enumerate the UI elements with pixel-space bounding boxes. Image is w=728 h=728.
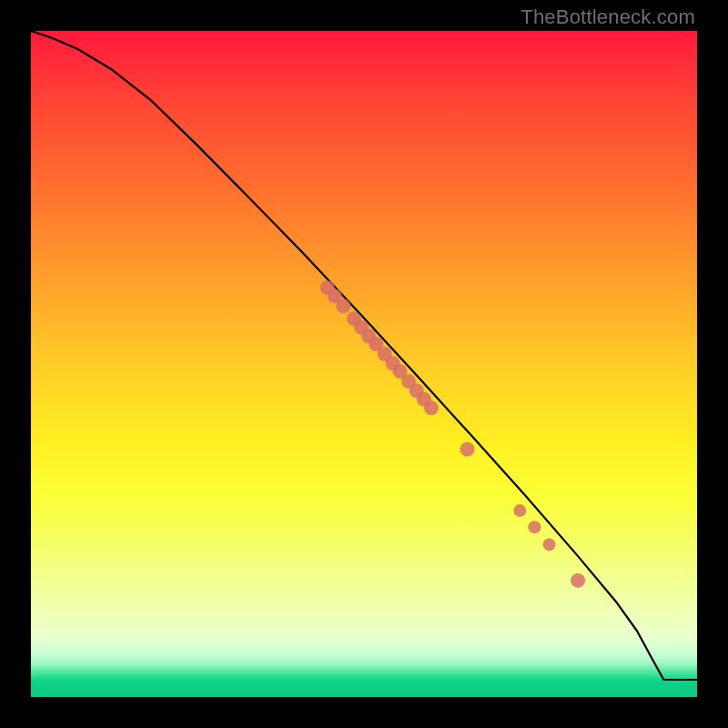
chart-dot: [424, 400, 439, 415]
chart-overlay-svg: [31, 31, 697, 697]
watermark-text: TheBottleneck.com: [521, 5, 695, 29]
chart-dot: [543, 538, 556, 551]
chart-dot: [460, 442, 475, 457]
chart-dot: [513, 504, 526, 517]
chart-dot: [571, 573, 585, 588]
chart-dot: [336, 298, 350, 313]
chart-dots-group: [320, 280, 585, 588]
chart-dot: [528, 521, 541, 533]
chart-curve: [31, 31, 697, 680]
chart-stage: TheBottleneck.com: [0, 0, 728, 728]
